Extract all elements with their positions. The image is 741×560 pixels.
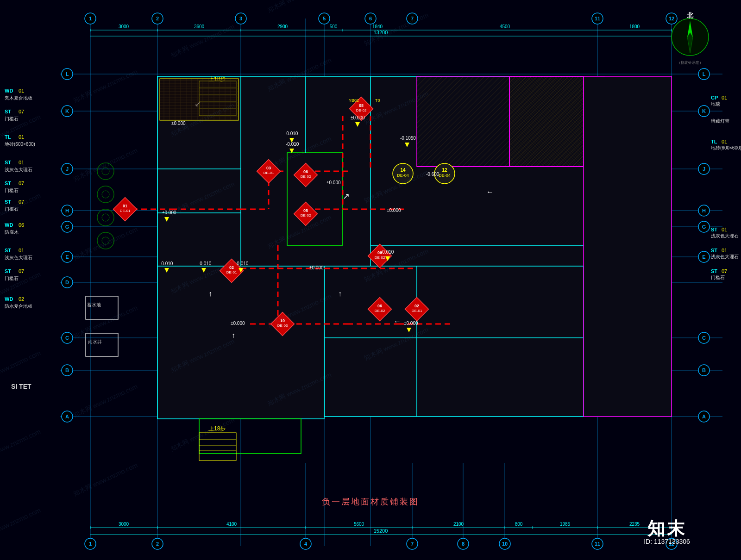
svg-text:E: E — [65, 254, 69, 260]
svg-text:01: 01 — [19, 88, 24, 93]
svg-text:4: 4 — [304, 541, 308, 547]
svg-text:ST: ST — [5, 248, 11, 253]
svg-text:3600: 3600 — [194, 24, 205, 29]
svg-text:12: 12 — [442, 168, 447, 173]
svg-text:DE-02: DE-02 — [375, 309, 385, 313]
svg-text:K: K — [65, 108, 69, 114]
svg-text:H: H — [65, 208, 69, 213]
svg-text:B: B — [65, 367, 69, 373]
svg-text:负一层地面材质铺装图: 负一层地面材质铺装图 — [322, 497, 419, 506]
svg-text:ST: ST — [711, 268, 717, 274]
svg-point-183 — [97, 209, 114, 226]
svg-text:-0.010: -0.010 — [160, 261, 173, 266]
svg-text:←: ← — [394, 317, 401, 325]
svg-text:07: 07 — [19, 109, 24, 114]
svg-text:1: 1 — [89, 541, 92, 547]
svg-point-181 — [97, 186, 114, 203]
svg-rect-151 — [157, 266, 324, 419]
svg-rect-189 — [86, 333, 118, 356]
svg-text:DE-01: DE-01 — [412, 309, 422, 313]
svg-text:-0.600: -0.600 — [426, 172, 440, 177]
svg-text:DE-02: DE-02 — [301, 174, 311, 179]
svg-text:←: ← — [486, 188, 494, 196]
svg-text:-0.010: -0.010 — [285, 131, 298, 136]
svg-text:1: 1 — [89, 16, 92, 21]
svg-text:WD: WD — [5, 222, 13, 228]
svg-text:SI TET: SI TET — [11, 383, 31, 390]
svg-text:上18步: 上18步 — [208, 425, 226, 432]
svg-text:DE-01: DE-01 — [226, 270, 237, 274]
svg-text:-0.010: -0.010 — [286, 142, 299, 147]
svg-text:5: 5 — [323, 16, 326, 21]
svg-text:±0.000: ±0.000 — [327, 180, 341, 185]
svg-text:TL: TL — [711, 139, 717, 144]
svg-text:↑: ↑ — [208, 290, 212, 298]
svg-text:A: A — [702, 414, 706, 419]
svg-text:-0.010: -0.010 — [198, 261, 212, 266]
svg-text:±0.000: ±0.000 — [309, 265, 324, 270]
svg-text:-0.010: -0.010 — [381, 249, 394, 255]
svg-text:11: 11 — [595, 541, 600, 547]
svg-text:C: C — [702, 335, 706, 341]
svg-text:01: 01 — [19, 160, 24, 165]
svg-text:夹木复合地板: 夹木复合地板 — [5, 95, 32, 100]
svg-text:地砖(600×600): 地砖(600×600) — [4, 142, 35, 147]
svg-text:3000: 3000 — [119, 24, 129, 29]
svg-point-182 — [102, 191, 109, 198]
svg-text:±0.000: ±0.000 — [387, 208, 401, 213]
svg-text:6: 6 — [369, 16, 372, 21]
svg-text:浅灰色大理石: 浅灰色大理石 — [711, 233, 739, 238]
svg-text:11: 11 — [595, 16, 600, 21]
svg-text:（指北针示意）: （指北针示意） — [677, 61, 703, 65]
svg-text:E: E — [702, 254, 705, 260]
svg-text:2: 2 — [156, 541, 159, 547]
svg-text:-0.1050: -0.1050 — [400, 136, 416, 141]
svg-text:DE-02: DE-02 — [301, 213, 311, 218]
svg-text:WD: WD — [5, 296, 13, 302]
svg-point-186 — [102, 237, 109, 244]
svg-text:防水复合地板: 防水复合地板 — [5, 304, 32, 309]
svg-rect-166 — [584, 76, 672, 417]
svg-text:门槛石: 门槛石 — [5, 188, 19, 193]
svg-text:B: B — [702, 367, 706, 373]
svg-text:A: A — [65, 414, 69, 419]
svg-text:15200: 15200 — [374, 528, 388, 534]
svg-text:CP: CP — [711, 95, 718, 100]
svg-rect-187 — [86, 296, 118, 319]
svg-text:07: 07 — [19, 268, 24, 274]
svg-text:800: 800 — [515, 522, 523, 527]
svg-text:±0.000: ±0.000 — [171, 121, 186, 126]
svg-text:浅灰色大理石: 浅灰色大理石 — [5, 167, 32, 172]
svg-text:门槛石: 门槛石 — [5, 116, 19, 121]
svg-text:L: L — [66, 71, 69, 77]
svg-point-180 — [102, 168, 109, 175]
svg-text:±0.000: ±0.000 — [404, 321, 418, 326]
svg-text:↗: ↗ — [343, 192, 350, 201]
svg-text:L: L — [703, 71, 706, 77]
svg-text:5600: 5600 — [354, 522, 364, 527]
svg-text:J: J — [66, 166, 69, 172]
svg-text:06: 06 — [303, 169, 308, 174]
svg-text:北: 北 — [686, 12, 694, 19]
svg-text:2235: 2235 — [629, 522, 640, 527]
svg-point-179 — [97, 163, 114, 180]
svg-text:06: 06 — [19, 222, 24, 228]
svg-text:ID: 1137133306: ID: 1137133306 — [644, 538, 690, 545]
svg-text:10: 10 — [502, 541, 508, 547]
svg-text:ST: ST — [5, 180, 11, 186]
svg-text:TL: TL — [5, 134, 11, 140]
svg-text:J: J — [703, 166, 705, 172]
svg-text:ST: ST — [711, 227, 717, 232]
svg-text:01: 01 — [722, 139, 727, 144]
svg-text:02: 02 — [414, 304, 419, 308]
svg-rect-335 — [160, 79, 239, 120]
svg-text:4500: 4500 — [500, 24, 510, 29]
svg-text:2900: 2900 — [277, 24, 288, 29]
svg-text:06: 06 — [377, 304, 382, 308]
svg-text:G: G — [65, 224, 69, 230]
svg-text:K: K — [702, 108, 706, 114]
svg-text:14: 14 — [400, 168, 406, 173]
svg-rect-150 — [324, 266, 584, 417]
svg-text:门槛石: 门槛石 — [711, 275, 725, 280]
svg-text:01: 01 — [722, 227, 727, 232]
